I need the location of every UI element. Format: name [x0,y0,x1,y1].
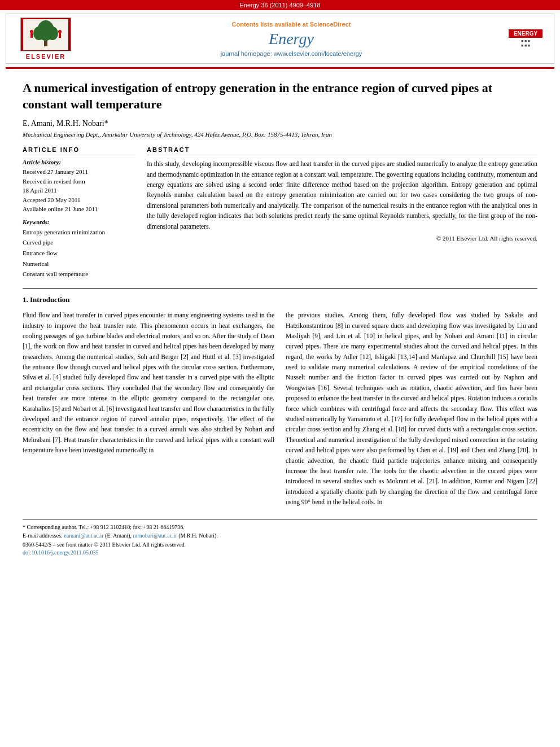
issn-line: 0360-5442/$ – see front matter © 2011 El… [23,541,537,548]
received-date: Received 27 January 2011 [23,168,88,175]
keyword-1: Entropy generation minimization [23,227,135,238]
keyword-3: Entrance flow [23,248,135,259]
elsevier-logo: ELSEVIER [20,18,71,60]
svg-rect-8 [59,33,61,38]
email-footnote: E-mail addresses: eamani@aut.ac.ir (E. A… [23,531,537,540]
corresponding-author: * Corresponding author. Tel.: +98 912 31… [23,523,537,531]
section1-title: 1. Introduction [23,295,537,304]
email2-name: (M.R.H. Nobari). [178,532,218,539]
section1-label: Introduction [30,295,70,304]
keyword-5: Constant wall temperature [23,269,135,279]
keyword-2: Curved pipe [23,237,135,248]
article-history-label: Article history: [23,159,135,165]
email1-name: (E. Amani), [105,532,132,539]
email-label: E-mail addresses: [23,532,63,539]
homepage-url[interactable]: www.elsevier.com/locate/energy [274,50,362,57]
journal-badge-section: ENERGY ■ ■ ■■ ■ ■ [503,29,548,48]
energy-badge-sub: ■ ■ ■■ ■ ■ [521,39,530,48]
svg-point-7 [58,30,62,33]
keywords-label: Keywords: [23,219,135,225]
svg-point-5 [30,30,33,33]
sciencedirect-link: Contents lists available at ScienceDirec… [80,21,503,28]
accepted-date: Accepted 20 May 2011 [23,196,81,203]
section1-number: 1. [23,295,28,304]
elsevier-logo-section: ELSEVIER [12,18,80,60]
abstract-col: ABSTRACT In this study, developing incom… [147,146,537,279]
journal-center-info: Contents lists available at ScienceDirec… [80,21,503,57]
abstract-header: ABSTRACT [147,146,537,155]
revised-date: 18 April 2011 [23,187,57,194]
article-info-col: ARTICLE INFO Article history: Received 2… [23,146,135,279]
journal-title: Energy [80,30,503,48]
body-right-col: the previous studies. Among them, fully … [286,310,537,507]
available-date: Available online 21 June 2011 [23,206,98,212]
journal-homepage: journal homepage: www.elsevier.com/locat… [80,50,503,57]
body-divider [23,288,537,289]
keywords-list: Entropy generation minimization Curved p… [23,227,135,279]
svg-rect-6 [30,33,33,38]
email2[interactable]: mrnobari@aut.ac.ir [133,532,177,539]
article-info-header: ARTICLE INFO [23,146,135,155]
keyword-4: Numerical [23,259,135,269]
article-history-dates: Received 27 January 2011 Received in rev… [23,167,135,214]
energy-badge: ENERGY [509,29,542,38]
journal-citation-bar: Energy 36 (2011) 4909–4918 [0,0,560,10]
elsevier-wordmark: ELSEVIER [26,53,65,60]
authors-line: E. Amani, M.R.H. Nobari* [23,119,537,128]
journal-header: ELSEVIER Contents lists available at Sci… [6,14,554,64]
article-info-abstract-section: ARTICLE INFO Article history: Received 2… [23,146,537,279]
authors-text: E. Amani, M.R.H. Nobari* [23,119,108,128]
intro-right-text: the previous studies. Among them, fully … [286,310,537,507]
intro-left-text: Fluid flow and heat transfer in curved p… [23,310,274,455]
abstract-body: In this study, developing incompressible… [147,159,537,231]
journal-citation-text: Energy 36 (2011) 4909–4918 [239,2,320,8]
footnote-section: * Corresponding author. Tel.: +98 912 31… [23,519,537,556]
affiliation-text: Mechanical Engineering Dept., Amirkabir … [23,131,537,138]
doi-line[interactable]: doi:10.1016/j.energy.2011.05.035 [23,549,537,556]
paper-container: A numerical investigation of entropy gen… [0,69,560,567]
body-columns: Fluid flow and heat transfer in curved p… [23,310,537,507]
sciencedirect-name[interactable]: ScienceDirect [310,21,351,28]
body-left-col: Fluid flow and heat transfer in curved p… [23,310,274,507]
paper-title: A numerical investigation of entropy gen… [23,80,537,112]
revised-label: Received in revised form [23,178,85,185]
copyright-text: © 2011 Elsevier Ltd. All rights reserved… [147,235,537,242]
svg-point-4 [47,27,58,40]
elsevier-logo-image [20,18,71,51]
email1[interactable]: eamani@aut.ac.ir [64,532,103,539]
svg-point-3 [33,27,45,40]
